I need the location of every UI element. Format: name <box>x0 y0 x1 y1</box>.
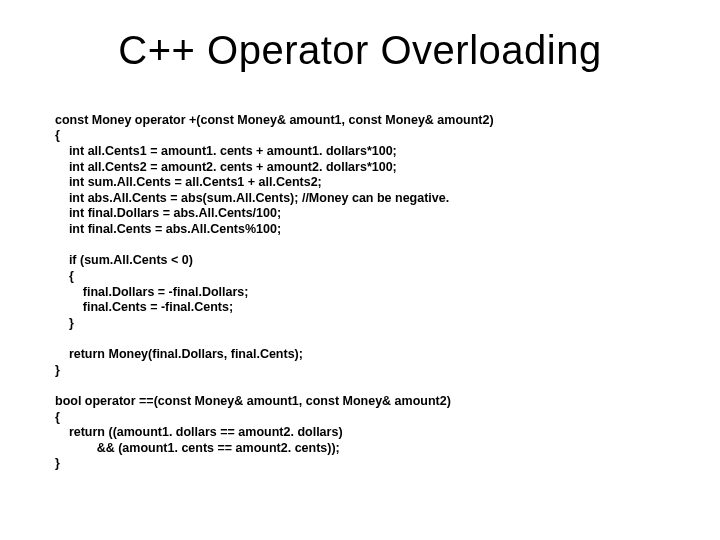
code-line: int final.Dollars = abs.All.Cents/100; <box>55 206 281 220</box>
code-line: if (sum.All.Cents < 0) <box>55 253 193 267</box>
code-line: { <box>55 128 60 142</box>
code-block: const Money operator +(const Money& amou… <box>55 97 665 488</box>
slide-title: C++ Operator Overloading <box>55 28 665 73</box>
code-line: final.Cents = -final.Cents; <box>55 300 233 314</box>
code-line: const Money operator +(const Money& amou… <box>55 113 494 127</box>
code-line: } <box>55 363 60 377</box>
code-line: { <box>55 269 74 283</box>
code-line: int all.Cents2 = amount2. cents + amount… <box>55 160 397 174</box>
code-line: final.Dollars = -final.Dollars; <box>55 285 248 299</box>
code-line: int all.Cents1 = amount1. cents + amount… <box>55 144 397 158</box>
code-line: && (amount1. cents == amount2. cents)); <box>55 441 340 455</box>
code-line: } <box>55 456 60 470</box>
code-line: } <box>55 316 74 330</box>
code-line: return Money(final.Dollars, final.Cents)… <box>55 347 303 361</box>
code-line: bool operator ==(const Money& amount1, c… <box>55 394 451 408</box>
code-line: return ((amount1. dollars == amount2. do… <box>55 425 343 439</box>
slide: C++ Operator Overloading const Money ope… <box>0 0 720 540</box>
code-line: int final.Cents = abs.All.Cents%100; <box>55 222 281 236</box>
code-line: { <box>55 410 60 424</box>
code-line: int sum.All.Cents = all.Cents1 + all.Cen… <box>55 175 322 189</box>
code-line: int abs.All.Cents = abs(sum.All.Cents); … <box>55 191 449 205</box>
